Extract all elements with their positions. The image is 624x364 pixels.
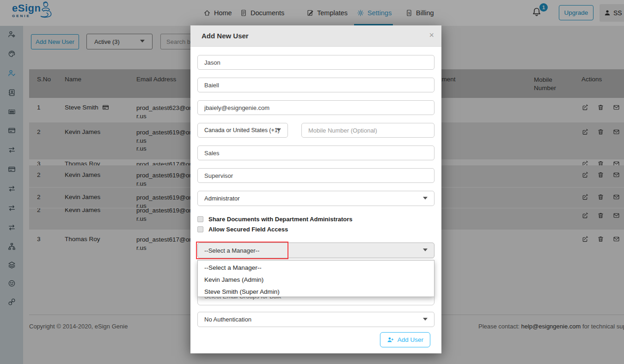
modal-title: Add New User: [202, 32, 249, 40]
manager-option[interactable]: Steve Smith (Super Admin): [198, 286, 434, 298]
secured-field-checkbox-row: Allow Secured Field Access: [197, 226, 288, 233]
department-field[interactable]: [197, 146, 434, 160]
authentication-value: No Authentication: [204, 316, 251, 323]
chevron-down-icon: [423, 318, 428, 321]
person-plus-icon: [387, 336, 394, 344]
mobile-number-field[interactable]: [301, 123, 434, 138]
manager-value: --Select a Manager--: [204, 247, 259, 254]
last-name-field[interactable]: [197, 78, 434, 92]
chevron-down-icon: [423, 249, 428, 251]
country-code-value: Canada or United States (+1): [204, 127, 280, 133]
role-value: Administrator: [204, 195, 240, 202]
manager-option[interactable]: Kevin James (Admin): [198, 274, 434, 286]
secured-field-label: Allow Secured Field Access: [208, 226, 288, 233]
app-root: eSign GENIE Home Documents Templates: [0, 0, 624, 364]
close-icon[interactable]: ×: [429, 30, 434, 40]
manager-select[interactable]: --Select a Manager--: [197, 243, 434, 258]
secured-field-checkbox[interactable]: [197, 226, 203, 232]
add-user-button[interactable]: Add User: [380, 332, 430, 347]
job-title-field[interactable]: [197, 168, 434, 183]
authentication-select[interactable]: No Authentication: [197, 312, 434, 327]
share-documents-checkbox[interactable]: [197, 216, 203, 222]
role-select[interactable]: Administrator: [197, 191, 434, 206]
add-new-user-modal: Add New User × Canada or United States (…: [190, 25, 441, 353]
country-code-select[interactable]: Canada or United States (+1): [197, 123, 288, 138]
chevron-down-icon: [423, 197, 428, 200]
email-field[interactable]: [197, 100, 434, 115]
manager-option[interactable]: --Select a Manager--: [198, 262, 434, 274]
share-documents-label: Share Documents with Department Administ…: [208, 216, 353, 223]
chevron-down-icon: [276, 128, 281, 131]
share-documents-checkbox-row: Share Documents with Department Administ…: [197, 216, 353, 223]
manager-options-list: --Select a Manager-- Kevin James (Admin)…: [197, 260, 434, 297]
first-name-field[interactable]: [197, 55, 434, 70]
modal-header: Add New User ×: [190, 25, 441, 47]
add-user-label: Add User: [398, 336, 423, 343]
